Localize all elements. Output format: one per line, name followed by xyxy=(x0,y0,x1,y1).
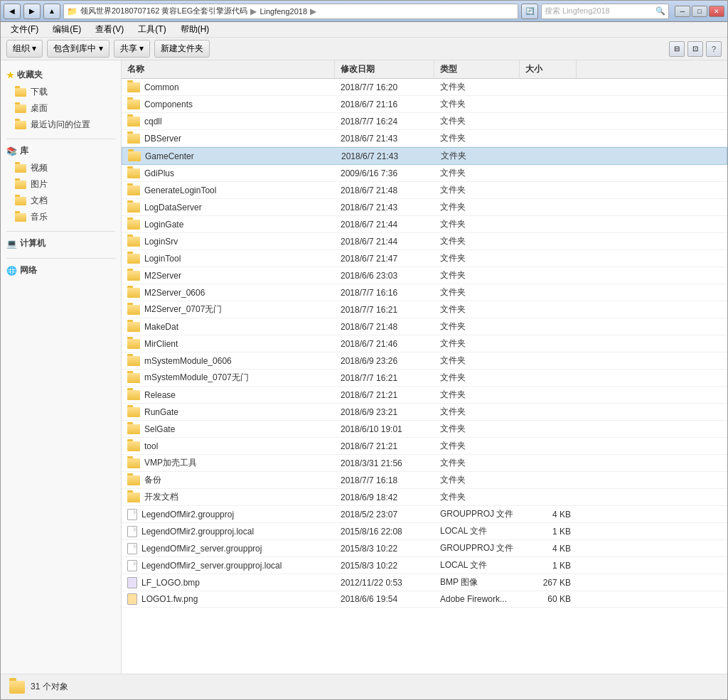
file-type: 文件夹 xyxy=(434,284,520,301)
menu-view[interactable]: 查看(V) xyxy=(91,22,128,37)
table-row[interactable]: LF_LOGO.bmp 2012/11/22 0:53 BMP 图像 267 K… xyxy=(122,574,727,591)
file-name: LoginSrv xyxy=(122,235,335,249)
sidebar-item-pictures[interactable]: 图片 xyxy=(1,176,121,193)
up-button[interactable]: ▲ xyxy=(43,4,60,19)
menu-file[interactable]: 文件(F) xyxy=(6,22,43,37)
table-row[interactable]: GenerateLoginTool 2018/6/7 21:48 文件夹 xyxy=(122,182,727,199)
file-type: 文件夹 xyxy=(434,438,520,454)
folder-icon xyxy=(127,322,140,332)
search-bar[interactable]: 搜索 Lingfeng2018 🔍 xyxy=(541,4,669,19)
back-button[interactable]: ◀ xyxy=(4,4,21,19)
sidebar-item-recent[interactable]: 最近访问的位置 xyxy=(1,117,121,133)
address-bar[interactable]: 📁 领风世界20180707162 黄容LEG全套引擎源代码 ▶ Lingfen… xyxy=(63,4,518,19)
file-name: Common xyxy=(122,80,335,95)
file-size xyxy=(520,257,577,261)
menu-tools[interactable]: 工具(T) xyxy=(134,22,170,37)
file-size xyxy=(520,359,577,363)
table-row[interactable]: 开发文档 2018/6/9 18:42 文件夹 xyxy=(122,489,727,506)
forward-button[interactable]: ▶ xyxy=(23,4,41,19)
file-size xyxy=(520,325,577,329)
sidebar-item-desktop[interactable]: 桌面 xyxy=(1,100,121,117)
column-size[interactable]: 大小 xyxy=(520,60,577,78)
help-button[interactable]: ? xyxy=(706,41,722,57)
sidebar-item-video[interactable]: 视频 xyxy=(1,160,121,176)
network-label: 网络 xyxy=(20,264,37,276)
share-button[interactable]: 共享 ▾ xyxy=(114,40,150,58)
table-row[interactable]: RunGate 2018/6/9 23:21 文件夹 xyxy=(122,404,727,421)
folder-icon xyxy=(127,254,140,264)
table-row[interactable]: cqdll 2018/7/7 16:24 文件夹 xyxy=(122,113,727,130)
table-row[interactable]: Common 2018/7/7 16:20 文件夹 xyxy=(122,79,727,96)
column-name[interactable]: 名称 xyxy=(122,60,335,78)
table-row[interactable]: LoginSrv 2018/6/7 21:44 文件夹 xyxy=(122,233,727,250)
library-icon: 📚 xyxy=(6,146,17,156)
table-row[interactable]: LogDataServer 2018/6/7 21:43 文件夹 xyxy=(122,199,727,216)
file-size xyxy=(520,85,577,90)
table-row[interactable]: LegendOfMir2_server.groupproj 2015/8/3 1… xyxy=(122,540,727,557)
minimize-button[interactable]: ─ xyxy=(675,6,690,17)
view-options: ⊟ ⊡ ? xyxy=(669,41,722,57)
table-row[interactable]: DBServer 2018/6/7 21:43 文件夹 xyxy=(122,130,727,147)
column-date[interactable]: 修改日期 xyxy=(335,60,434,78)
organize-button[interactable]: 组织 ▾ xyxy=(6,40,43,58)
file-date: 2012/11/22 0:53 xyxy=(335,576,434,590)
maximize-button[interactable]: □ xyxy=(692,6,707,17)
title-bar-left: ◀ ▶ ▲ 📁 领风世界20180707162 黄容LEG全套引擎源代码 ▶ L… xyxy=(4,4,669,19)
file-size xyxy=(520,205,577,210)
sidebar-item-music[interactable]: 音乐 xyxy=(1,209,121,225)
file-type: LOCAL 文件 xyxy=(434,557,520,574)
table-row[interactable]: mSystemModule_0707无门 2018/7/7 16:21 文件夹 xyxy=(122,370,727,387)
table-row[interactable]: LoginTool 2018/6/7 21:47 文件夹 xyxy=(122,250,727,267)
network-icon: 🌐 xyxy=(6,266,17,276)
table-row[interactable]: LegendOfMir2.groupproj 2018/5/2 23:07 GR… xyxy=(122,506,727,523)
file-date: 2018/7/7 16:21 xyxy=(335,371,434,385)
table-row[interactable]: LOGO1.fw.png 2018/6/6 19:54 Adobe Firewo… xyxy=(122,591,727,608)
table-row[interactable]: MirClient 2018/6/7 21:46 文件夹 xyxy=(122,335,727,352)
close-button[interactable]: ✕ xyxy=(709,6,724,17)
folder-icon xyxy=(127,237,140,247)
table-row[interactable]: SelGate 2018/6/10 19:01 文件夹 xyxy=(122,421,727,438)
file-size xyxy=(520,478,577,483)
table-row[interactable]: M2Server_0707无门 2018/7/7 16:21 文件夹 xyxy=(122,301,727,318)
table-row[interactable]: 备份 2018/7/7 16:18 文件夹 xyxy=(122,472,727,489)
file-size xyxy=(520,427,577,431)
menu-help[interactable]: 帮助(H) xyxy=(176,22,214,37)
file-name: cqdll xyxy=(122,114,335,129)
file-size xyxy=(520,119,577,124)
sidebar-item-download[interactable]: 下载 xyxy=(1,84,121,100)
column-type[interactable]: 类型 xyxy=(434,60,520,78)
file-type: Adobe Firework... xyxy=(434,592,520,606)
table-row[interactable]: M2Server 2018/6/6 23:03 文件夹 xyxy=(122,267,727,284)
file-type: 文件夹 xyxy=(434,455,520,471)
table-row[interactable]: Components 2018/6/7 21:16 文件夹 xyxy=(122,96,727,113)
new-folder-button[interactable]: 新建文件夹 xyxy=(154,40,210,58)
file-date: 2018/6/7 21:16 xyxy=(335,97,434,112)
table-row[interactable]: LegendOfMir2_server.groupproj.local 2015… xyxy=(122,557,727,574)
favorites-header: ★ 收藏夹 xyxy=(1,66,121,84)
view-toggle-button[interactable]: ⊟ xyxy=(669,41,685,57)
search-icon[interactable]: 🔍 xyxy=(655,6,665,16)
folder-icon xyxy=(127,168,140,178)
refresh-button[interactable]: 🔄 xyxy=(521,4,538,19)
file-icon xyxy=(127,526,137,537)
include-library-button[interactable]: 包含到库中 ▾ xyxy=(47,40,109,58)
table-row[interactable]: M2Server_0606 2018/7/7 16:16 文件夹 xyxy=(122,284,727,301)
library-header: 📚 库 xyxy=(1,142,121,160)
table-row[interactable]: MakeDat 2018/6/7 21:48 文件夹 xyxy=(122,318,727,335)
table-row[interactable]: Release 2018/6/7 21:21 文件夹 xyxy=(122,387,727,404)
sidebar-item-documents[interactable]: 文档 xyxy=(1,193,121,209)
table-row[interactable]: tool 2018/6/7 21:21 文件夹 xyxy=(122,438,727,455)
table-row[interactable]: mSystemModule_0606 2018/6/9 23:26 文件夹 xyxy=(122,352,727,370)
view-pane-button[interactable]: ⊡ xyxy=(687,41,703,57)
table-row[interactable]: LoginGate 2018/6/7 21:44 文件夹 xyxy=(122,216,727,233)
table-row[interactable]: GdiPlus 2009/6/16 7:36 文件夹 xyxy=(122,165,727,182)
table-row[interactable]: VMP加壳工具 2018/3/31 21:56 文件夹 xyxy=(122,455,727,472)
table-row[interactable]: GameCenter 2018/6/7 21:43 文件夹 xyxy=(122,147,727,165)
table-row[interactable]: LegendOfMir2.groupproj.local 2015/8/16 2… xyxy=(122,523,727,540)
file-type: BMP 图像 xyxy=(434,574,520,591)
file-date: 2018/6/7 21:44 xyxy=(335,217,434,232)
menu-edit[interactable]: 编辑(E) xyxy=(48,22,85,37)
file-icon xyxy=(127,543,137,554)
file-type: 文件夹 xyxy=(434,96,520,112)
file-name: MirClient xyxy=(122,337,335,351)
